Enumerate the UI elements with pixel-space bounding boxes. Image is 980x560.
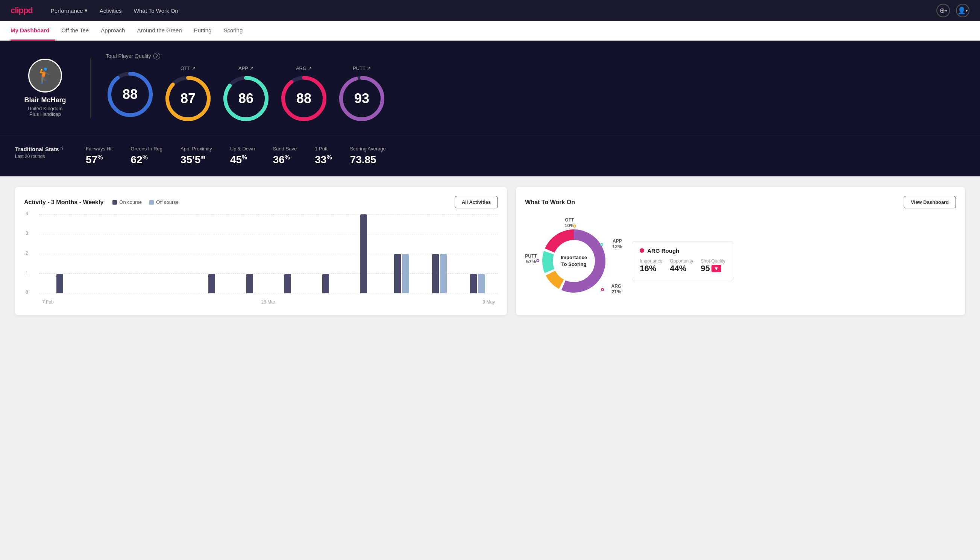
user-dropdown-icon: ▾ xyxy=(966,8,968,13)
stat-scoring-average: Scoring Average 73.85 xyxy=(350,146,386,166)
user-icon: 👤 xyxy=(957,7,966,15)
ott-score: OTT ↗ 87 xyxy=(163,65,213,123)
nav-activities[interactable]: Activities xyxy=(100,7,122,14)
nav-right: ⊕ ▾ 👤 ▾ xyxy=(937,4,970,17)
app-label: APP ↗ xyxy=(238,65,253,71)
off-course-bar xyxy=(402,254,409,293)
traditional-stats-label: Traditional Stats ? xyxy=(15,146,68,152)
stats-section: Traditional Stats ? Last 20 rounds Fairw… xyxy=(0,135,980,177)
arg-importance-stat: Importance 16% xyxy=(640,258,662,273)
user-menu-button[interactable]: 👤 ▾ xyxy=(956,4,970,17)
tab-off-the-tee[interactable]: Off the Tee xyxy=(55,21,95,41)
stat-one-putt: 1 Putt 33% xyxy=(315,146,332,166)
arg-arrow-icon: ↗ xyxy=(308,66,312,71)
tab-approach[interactable]: Approach xyxy=(95,21,131,41)
chevron-down-icon: ▾ xyxy=(85,7,88,14)
arg-shot-quality-value: 95 ▼ xyxy=(700,263,725,273)
putt-score: PUTT ↗ 93 xyxy=(337,65,386,123)
x-labels: 7 Feb 28 Mar 9 May xyxy=(39,299,498,305)
putt-circle-container: 93 xyxy=(337,74,386,123)
putt-arrow-icon: ↗ xyxy=(367,66,371,71)
score-circles: 88 OTT ↗ 87 AP xyxy=(106,65,965,123)
arg-label: ARG ↗ xyxy=(296,65,312,71)
x-label-mar: 28 Mar xyxy=(261,299,275,305)
chart-title: Activity - 3 Months - Weekly xyxy=(24,199,103,206)
bottom-section: Activity - 3 Months - Weekly On course O… xyxy=(0,177,980,326)
stat-app-proximity: App. Proximity 35'5" xyxy=(181,146,212,166)
app-proximity-value: 35'5" xyxy=(181,154,212,166)
arg-score-value: 88 xyxy=(296,91,311,107)
on-course-bar xyxy=(394,254,401,293)
player-info: 🏌 Blair McHarg United Kingdom Plus Handi… xyxy=(15,59,75,117)
scores-section: Total Player Quality ? 88 OTT ↗ xyxy=(106,53,965,123)
player-country: United Kingdom xyxy=(28,106,63,111)
fairways-hit-value: 57% xyxy=(86,154,113,166)
tab-around-the-green[interactable]: Around the Green xyxy=(131,21,188,41)
on-course-bar xyxy=(470,274,477,294)
ott-circle-container: 87 xyxy=(163,74,213,123)
app-float-label: APP 12% xyxy=(612,238,622,250)
arg-opportunity-value: 44% xyxy=(670,263,693,273)
bar-group xyxy=(118,292,153,293)
on-course-bar xyxy=(322,274,329,294)
legend-on-course: On course xyxy=(112,199,142,205)
bar-group xyxy=(156,292,191,293)
tab-putting[interactable]: Putting xyxy=(188,21,218,41)
plus-icon: ⊕ xyxy=(939,7,945,15)
one-putt-value: 33% xyxy=(315,154,332,166)
all-activities-button[interactable]: All Activities xyxy=(455,196,498,208)
app-score-value: 86 xyxy=(238,91,253,107)
scoring-average-value: 73.85 xyxy=(350,154,386,166)
stat-up-and-down: Up & Down 45% xyxy=(230,146,255,166)
avatar: 🏌 xyxy=(28,59,62,93)
tab-scoring[interactable]: Scoring xyxy=(217,21,249,41)
off-course-bar xyxy=(478,274,485,294)
app-arrow-icon: ↗ xyxy=(250,66,253,71)
putt-float-label: PUTT 57% xyxy=(525,253,537,265)
on-course-bar xyxy=(284,274,291,294)
donut-area: PUTT 57% OTT 10% APP 12% ARG 21% xyxy=(525,216,956,306)
stat-greens-in-reg: Greens In Reg 62% xyxy=(131,146,163,166)
main-score: 88 xyxy=(106,70,155,119)
nav-what-to-work-on[interactable]: What To Work On xyxy=(134,7,178,14)
off-course-legend-dot xyxy=(149,200,154,205)
ott-label: OTT ↗ xyxy=(181,65,196,71)
bar-chart-area: 4 3 2 1 0 7 Feb 28 Mar 9 May xyxy=(24,214,498,305)
legend-off-course: Off course xyxy=(149,199,179,205)
on-course-bar xyxy=(246,274,253,294)
off-course-bar xyxy=(440,254,447,293)
sand-save-value: 36% xyxy=(273,154,297,166)
bar-group xyxy=(80,292,115,293)
view-dashboard-button[interactable]: View Dashboard xyxy=(903,196,956,208)
arg-circle-container: 88 xyxy=(280,74,328,123)
ott-score-value: 87 xyxy=(181,91,196,107)
on-course-bar xyxy=(432,254,439,293)
stats-help-icon[interactable]: ? xyxy=(61,146,67,152)
bar-group xyxy=(270,274,305,294)
arg-opportunity-stat: Opportunity 44% xyxy=(670,258,693,273)
stats-label-col: Traditional Stats ? Last 20 rounds xyxy=(15,146,68,159)
what-to-work-on-card: What To Work On View Dashboard PUTT 57% … xyxy=(516,187,965,315)
on-course-bar xyxy=(360,214,367,293)
arg-score: ARG ↗ 88 xyxy=(280,65,328,123)
what-to-work-title: What To Work On xyxy=(525,199,575,206)
up-and-down-value: 45% xyxy=(230,154,255,166)
greens-in-reg-value: 62% xyxy=(131,154,163,166)
arg-rough-card: ARG Rough Importance 16% Opportunity 44%… xyxy=(632,241,733,281)
bars-container xyxy=(39,214,498,293)
nav-performance[interactable]: Performance ▾ xyxy=(51,7,88,14)
on-course-bar xyxy=(208,274,215,294)
bar-group xyxy=(422,254,457,293)
add-button[interactable]: ⊕ ▾ xyxy=(937,4,950,17)
app-circle-container: 86 xyxy=(221,74,270,123)
ott-arrow-icon: ↗ xyxy=(192,66,196,71)
tab-my-dashboard[interactable]: My Dashboard xyxy=(10,21,55,41)
main-score-value: 88 xyxy=(123,87,138,102)
help-icon[interactable]: ? xyxy=(153,53,160,59)
bar-group xyxy=(232,274,267,294)
svg-text:Importance: Importance xyxy=(561,255,587,260)
on-course-bar xyxy=(57,274,63,294)
app-score: APP ↗ 86 xyxy=(221,65,270,123)
arg-float-label: ARG 21% xyxy=(611,283,622,295)
arg-card-title: ARG Rough xyxy=(640,247,725,254)
